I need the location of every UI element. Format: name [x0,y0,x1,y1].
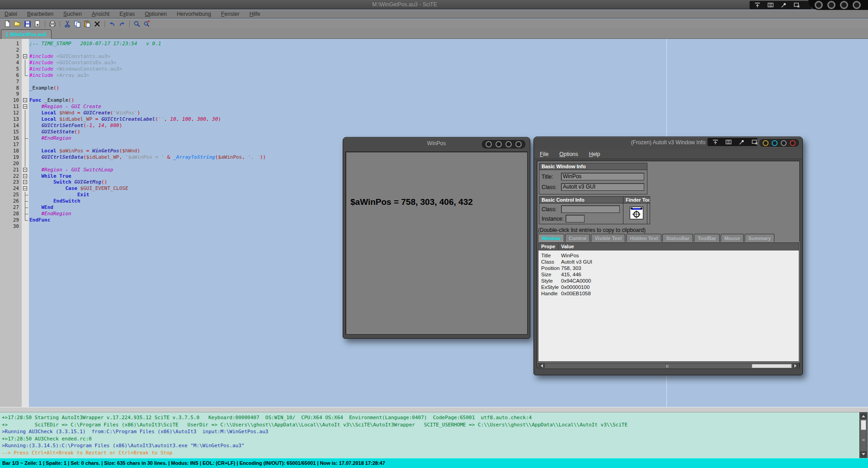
property-row[interactable]: Position758, 303 [538,265,799,272]
pin-button[interactable] [738,139,745,146]
code-line[interactable]: 3#include <GUIConstants.au3> [0,53,868,60]
new-file-button[interactable] [3,20,13,28]
tab-statusbar[interactable]: StatusBar [662,234,693,242]
au3info-menu-options[interactable]: Options [559,151,578,157]
window-panel-button[interactable] [725,139,732,146]
code-line[interactable]: 9 [0,91,868,97]
tab-visible-text[interactable]: Visible Text [591,234,625,242]
menu-optionen[interactable]: Optionen [145,11,167,17]
property-list[interactable]: Prope Value TitleWinPosClassAutoIt v3 GU… [538,242,799,362]
code-line[interactable]: 11 #Region - GUI Create [0,104,868,110]
control-class-field[interactable] [561,205,620,213]
tab-toolbar[interactable]: ToolBar [694,234,720,242]
scroll-down-button[interactable] [860,451,867,457]
tab-summary[interactable]: Summary [745,234,774,242]
window-orb-3[interactable] [840,1,848,9]
close-window-button[interactable] [793,2,800,9]
scroll-left-button[interactable] [539,364,545,368]
paste-button[interactable] [82,20,92,28]
delete-button[interactable] [92,20,102,28]
code-line[interactable]: 12 Local $hWnd = GUICreate('WinPos') [0,110,868,116]
window-orb-1[interactable] [815,1,823,9]
property-row[interactable]: Size415, 446 [538,272,799,278]
window-panel-button[interactable] [767,2,774,9]
menu-hervorhebung[interactable]: Hervorhebung [177,11,211,17]
tab-window[interactable]: Window [538,234,564,242]
tab-control[interactable]: Control [565,234,590,242]
save-file-button[interactable] [23,20,33,28]
code-line[interactable]: 8_Example() [0,85,868,91]
menu-fenster[interactable]: Fenster [221,11,240,17]
code-line[interactable]: 7 [0,79,868,85]
winpos-orb-1[interactable] [486,141,492,147]
find-button[interactable] [132,20,142,28]
au3info-window[interactable]: (Frozen) AutoIt v3 Window Info FileOptio… [533,137,803,375]
menu-suchen[interactable]: Suchen [63,11,82,17]
code-line[interactable]: 2 [0,47,868,53]
fold-marker[interactable] [22,173,29,180]
print-button[interactable] [47,20,57,28]
menu-bearbeiten[interactable]: Bearbeiten [27,11,53,17]
open-file-button[interactable] [13,20,23,28]
control-instance-field[interactable] [566,215,585,222]
finder-tool-icon[interactable] [630,207,643,219]
menu-datei[interactable]: Datei [5,11,17,17]
winpos-window[interactable]: WinPos $aWinPos = 758, 303, 406, 432 [343,137,530,339]
rollup-button[interactable] [712,139,719,146]
code-line[interactable]: 13 Local $idLabel_WP = GUICtrlCreateLabe… [0,116,868,123]
redo-button[interactable] [117,20,127,28]
au3info-orb-yellow[interactable] [763,140,769,146]
fold-marker[interactable] [22,185,29,192]
code-line[interactable]: 10Func _Example() [0,97,868,104]
au3info-orb-grey[interactable] [781,140,787,146]
class-field[interactable]: AutoIt v3 GUI [561,183,644,191]
property-row[interactable]: Style0x94CA0000 [538,278,799,284]
property-row[interactable]: TitleWinPos [538,253,799,259]
undo-button[interactable] [107,20,117,28]
cut-button[interactable] [62,20,72,28]
close-window-button[interactable] [751,139,758,146]
property-row[interactable]: ExStyle0x00000100 [538,284,799,291]
rollup-button[interactable] [754,2,761,9]
tab-hidden-text[interactable]: Hidden Text [626,234,661,242]
code-line[interactable]: 4#include <GUIConstantsEx.au3> [0,60,868,66]
window-orb-2[interactable] [827,1,835,9]
scroll-right-button[interactable] [793,364,798,368]
output-vscrollbar[interactable] [859,412,868,458]
code-line[interactable]: 15 GUISetState() [0,129,868,135]
code-line[interactable]: 5#include <WindowsConstants.au3> [0,66,868,72]
property-list-hscrollbar[interactable] [538,363,799,369]
tab-mouse[interactable]: Mouse [721,234,744,242]
tab-wingetpos[interactable]: 1 WinGetPos.au3 [1,29,52,39]
property-row[interactable]: Handle0x00EB1058 [538,291,799,297]
property-row[interactable]: ClassAutoIt v3 GUI [538,259,799,265]
code-line[interactable]: 6#include <Array.au3> [0,72,868,79]
replace-button[interactable] [142,20,152,28]
au3info-menu-help[interactable]: Help [589,151,600,157]
output-pane[interactable]: +>17:28:50 Starting AutoIt3Wrapper v.17.… [0,412,868,458]
editor-output-splitter[interactable] [0,407,868,412]
au3info-orb-red[interactable] [790,140,796,146]
menu-extras[interactable]: Extras [119,11,135,17]
code-line[interactable]: 1;-- TIME_STAMP 2018-07-17 17:23:54 v 0.… [0,41,868,47]
close-file-button[interactable] [33,20,42,28]
scroll-thumb[interactable] [861,420,866,430]
menu-ansicht[interactable]: Ansicht [92,11,109,17]
au3info-orb-cyan[interactable] [772,140,778,146]
fold-marker[interactable] [22,104,29,110]
scroll-up-button[interactable] [860,413,867,419]
code-line[interactable]: 14 GUICtrlSetFont(-1, 14, 800) [0,123,868,129]
pin-button[interactable] [780,2,787,9]
fold-marker[interactable] [22,53,29,60]
menu-hilfe[interactable]: Hilfe [250,11,260,17]
fold-marker[interactable] [22,97,29,104]
window-orb-4[interactable] [853,1,861,9]
winpos-orb-3[interactable] [505,141,512,147]
copy-button[interactable] [72,20,82,28]
winpos-orb-4[interactable] [515,141,522,147]
winpos-orb-2[interactable] [495,141,502,147]
titlebar[interactable]: M:\WinGetPos.au3 - SciTE [0,0,868,9]
fold-marker[interactable] [22,179,29,185]
title-field[interactable]: WinPos [561,173,644,180]
fold-marker[interactable] [22,167,29,173]
